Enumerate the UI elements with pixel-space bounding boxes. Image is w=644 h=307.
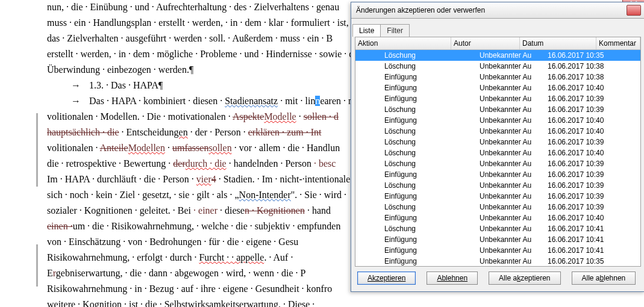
cell-author: Unbekannter Au <box>477 138 545 146</box>
change-bar <box>36 244 38 287</box>
reject-button[interactable]: Ablehnen <box>427 271 478 285</box>
cell-action: Löschung <box>355 105 477 114</box>
table-row[interactable]: EinfügungUnbekannter Au16.06.2017 10:38 <box>355 72 640 82</box>
col-header-comment[interactable]: Kommentar <box>596 37 640 49</box>
table-header[interactable]: Aktion Autor Datum Kommentar <box>355 37 640 50</box>
cell-author: Unbekannter Au <box>477 160 545 168</box>
table-rows[interactable]: LöschungUnbekannter Au16.06.2017 10:35Lö… <box>355 50 640 267</box>
table-row[interactable]: LöschungUnbekannter Au16.06.2017 10:39 <box>355 202 640 212</box>
table-row[interactable]: LöschungUnbekannter Au16.06.2017 10:38 <box>355 61 640 72</box>
cell-date: 16.06.2017 10:39 <box>545 192 621 200</box>
table-row[interactable]: LöschungUnbekannter Au16.06.2017 10:40 <box>355 126 640 137</box>
table-row[interactable]: LöschungUnbekannter Au16.06.2017 10:39 <box>355 180 640 191</box>
cell-action: Löschung <box>355 62 477 70</box>
changes-dialog: Änderungen akzeptieren oder verwerfen Li… <box>351 2 644 292</box>
cell-date: 16.06.2017 10:41 <box>545 225 621 233</box>
table-row[interactable]: EinfügungUnbekannter Au16.06.2017 10:39 <box>355 93 640 104</box>
dialog-titlebar[interactable]: Änderungen akzeptieren oder verwerfen <box>351 2 644 19</box>
col-header-action[interactable]: Aktion <box>355 37 451 49</box>
cell-date: 16.06.2017 10:40 <box>545 127 621 135</box>
table-row[interactable]: EinfügungUnbekannter Au16.06.2017 10:41 <box>355 245 640 256</box>
table-row[interactable]: EinfügungUnbekannter Au16.06.2017 10:35 <box>355 256 640 267</box>
cell-action: Einfügung <box>355 73 477 81</box>
reject-all-button[interactable]: Alle ablehnen <box>572 271 636 285</box>
cell-author: Unbekannter Au <box>477 127 545 135</box>
cell-date: 16.06.2017 10:39 <box>545 138 621 146</box>
col-header-author[interactable]: Autor <box>451 37 520 49</box>
cell-action: Einfügung <box>355 170 477 179</box>
cell-action: Löschung <box>355 149 477 157</box>
cell-author: Unbekannter Au <box>477 192 545 200</box>
cell-author: Unbekannter Au <box>477 257 545 265</box>
cell-date: 16.06.2017 10:40 <box>545 116 621 125</box>
table-row[interactable]: EinfügungUnbekannter Au16.06.2017 10:40 <box>355 212 640 223</box>
cell-action: Löschung <box>355 51 477 60</box>
dialog-title: Änderungen akzeptieren oder verwerfen <box>356 6 485 14</box>
change-bar <box>36 113 38 187</box>
cell-action: Einfügung <box>355 235 477 244</box>
cell-action: Einfügung <box>355 116 477 125</box>
accept-button[interactable]: Akzeptieren <box>357 271 416 285</box>
cell-author: Unbekannter Au <box>477 116 545 125</box>
tab-list[interactable]: Liste <box>352 24 381 37</box>
table-row[interactable]: EinfügungUnbekannter Au16.06.2017 10:40 <box>355 82 640 93</box>
dialog-close-button[interactable] <box>627 5 641 16</box>
cell-action: Löschung <box>355 138 477 146</box>
changes-table: Aktion Autor Datum Kommentar LöschungUnb… <box>355 37 641 267</box>
cell-author: Unbekannter Au <box>477 246 545 255</box>
cell-action: Löschung <box>355 225 477 233</box>
cell-action: Einfügung <box>355 214 477 222</box>
table-row[interactable]: EinfügungUnbekannter Au16.06.2017 10:41 <box>355 234 640 245</box>
cell-action: Einfügung <box>355 246 477 255</box>
cell-action: Löschung <box>355 160 477 168</box>
cell-date: 16.06.2017 10:40 <box>545 84 621 92</box>
cell-date: 16.06.2017 10:41 <box>545 235 621 244</box>
cell-author: Unbekannter Au <box>477 105 545 114</box>
table-row[interactable]: LöschungUnbekannter Au16.06.2017 10:39 <box>355 158 640 169</box>
table-row[interactable]: LöschungUnbekannter Au16.06.2017 10:39 <box>355 104 640 115</box>
cell-date: 16.06.2017 10:38 <box>545 73 621 81</box>
cell-date: 16.06.2017 10:39 <box>545 170 621 179</box>
cell-date: 16.06.2017 10:35 <box>545 51 621 60</box>
cell-author: Unbekannter Au <box>477 149 545 157</box>
cell-date: 16.06.2017 10:41 <box>545 246 621 255</box>
cell-date: 16.06.2017 10:39 <box>545 105 621 114</box>
cell-date: 16.06.2017 10:39 <box>545 95 621 103</box>
cell-date: 16.06.2017 10:40 <box>545 214 621 222</box>
cell-date: 16.06.2017 10:39 <box>545 203 621 211</box>
cell-date: 16.06.2017 10:39 <box>545 160 621 168</box>
col-header-date[interactable]: Datum <box>520 37 596 49</box>
cell-date: 16.06.2017 10:35 <box>545 257 621 265</box>
cell-author: Unbekannter Au <box>477 84 545 92</box>
cell-author: Unbekannter Au <box>477 62 545 70</box>
doc-line: weitere · Kognition · ist · die · Selbst… <box>47 297 469 307</box>
cell-author: Unbekannter Au <box>477 170 545 179</box>
table-row[interactable]: LöschungUnbekannter Au16.06.2017 10:39 <box>355 137 640 147</box>
cell-date: 16.06.2017 10:39 <box>545 181 621 190</box>
cell-date: 16.06.2017 10:40 <box>545 149 621 157</box>
cell-action: Einfügung <box>355 257 477 265</box>
cell-action: Einfügung <box>355 192 477 200</box>
cell-author: Unbekannter Au <box>477 73 545 81</box>
cell-author: Unbekannter Au <box>477 225 545 233</box>
table-row[interactable]: EinfügungUnbekannter Au16.06.2017 10:39 <box>355 191 640 202</box>
tab-filter[interactable]: Filter <box>380 24 410 37</box>
cell-author: Unbekannter Au <box>477 203 545 211</box>
cell-action: Einfügung <box>355 84 477 92</box>
cell-author: Unbekannter Au <box>477 214 545 222</box>
cell-date: 16.06.2017 10:38 <box>545 62 621 70</box>
table-row[interactable]: EinfügungUnbekannter Au16.06.2017 10:40 <box>355 115 640 126</box>
table-row[interactable]: LöschungUnbekannter Au16.06.2017 10:35 <box>355 50 640 61</box>
accept-all-button[interactable]: Alle akzeptieren <box>489 271 560 285</box>
cell-author: Unbekannter Au <box>477 181 545 190</box>
table-row[interactable]: EinfügungUnbekannter Au16.06.2017 10:39 <box>355 169 640 180</box>
cell-author: Unbekannter Au <box>477 51 545 60</box>
cell-author: Unbekannter Au <box>477 235 545 244</box>
cell-action: Einfügung <box>355 95 477 103</box>
cell-action: Löschung <box>355 203 477 211</box>
table-row[interactable]: LöschungUnbekannter Au16.06.2017 10:41 <box>355 223 640 234</box>
cell-action: Löschung <box>355 127 477 135</box>
cell-author: Unbekannter Au <box>477 95 545 103</box>
cell-action: Löschung <box>355 181 477 190</box>
table-row[interactable]: LöschungUnbekannter Au16.06.2017 10:40 <box>355 147 640 158</box>
